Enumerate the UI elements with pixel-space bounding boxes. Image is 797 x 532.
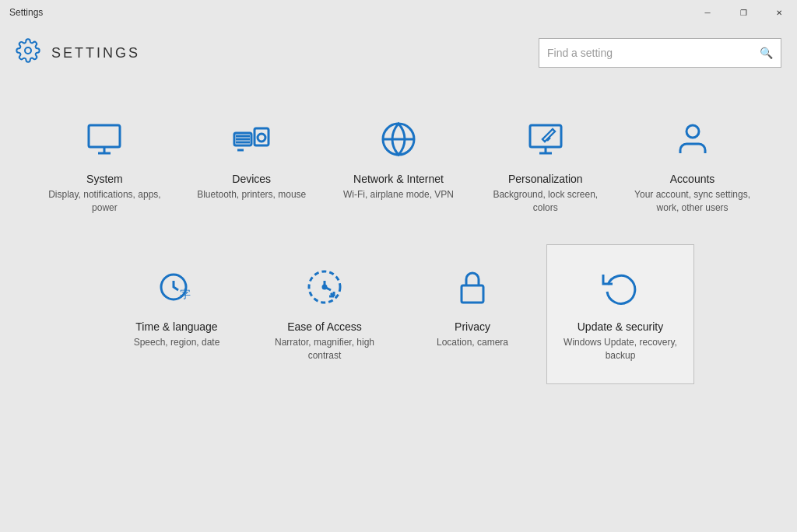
restore-button[interactable]: ❐ xyxy=(725,0,761,25)
time-name: Time & language xyxy=(135,320,217,333)
settings-row-1: System Display, notifications, apps, pow… xyxy=(31,96,766,236)
accounts-name: Accounts xyxy=(670,173,715,185)
settings-row-2: 字 Time & language Speech, region, date xyxy=(31,244,766,384)
header: SETTINGS 🔍 xyxy=(0,25,797,81)
svg-text:字: 字 xyxy=(180,288,191,300)
network-icon xyxy=(380,121,417,163)
settings-logo-icon xyxy=(16,38,40,68)
ease-name: Ease of Access xyxy=(287,320,362,333)
svg-point-17 xyxy=(686,125,699,138)
svg-rect-24 xyxy=(462,285,483,303)
settings-item-privacy[interactable]: Privacy Location, camera xyxy=(398,244,546,384)
search-input[interactable] xyxy=(547,47,760,59)
accounts-desc: Your account, sync settings, work, other… xyxy=(630,188,755,215)
main-content: System Display, notifications, apps, pow… xyxy=(0,81,797,400)
settings-item-system[interactable]: System Display, notifications, apps, pow… xyxy=(31,96,178,236)
update-desc: Windows Update, recovery, backup xyxy=(558,336,683,362)
settings-item-update[interactable]: Update & security Windows Update, recove… xyxy=(546,244,694,384)
accounts-icon xyxy=(674,121,711,163)
titlebar-title: Settings xyxy=(9,7,43,18)
settings-item-time[interactable]: 字 Time & language Speech, region, date xyxy=(103,244,251,384)
devices-name: Devices xyxy=(232,173,271,185)
privacy-desc: Location, camera xyxy=(437,336,508,349)
privacy-name: Privacy xyxy=(455,320,490,333)
settings-item-devices[interactable]: Devices Bluetooth, printers, mouse xyxy=(178,96,325,236)
svg-point-0 xyxy=(25,47,31,54)
titlebar: Settings ─ ❐ ✕ xyxy=(0,0,797,25)
time-icon: 字 xyxy=(158,268,195,311)
time-desc: Speech, region, date xyxy=(134,336,220,349)
page-title: SETTINGS xyxy=(51,45,140,61)
svg-rect-1 xyxy=(89,125,120,147)
search-box: 🔍 xyxy=(539,38,781,68)
header-left: SETTINGS xyxy=(16,38,140,68)
personalization-desc: Background, lock screen, colors xyxy=(483,188,608,215)
personalization-icon xyxy=(527,121,564,163)
privacy-icon xyxy=(454,268,491,311)
system-desc: Display, notifications, apps, power xyxy=(42,188,167,215)
settings-item-ease[interactable]: Ease of Access Narrator, magnifier, high… xyxy=(251,244,398,384)
network-name: Network & Internet xyxy=(353,173,444,185)
update-name: Update & security xyxy=(578,320,664,333)
update-icon xyxy=(602,268,639,311)
search-icon[interactable]: 🔍 xyxy=(760,47,773,59)
settings-grid: System Display, notifications, apps, pow… xyxy=(31,96,766,384)
svg-point-10 xyxy=(258,134,265,142)
system-name: System xyxy=(86,173,123,185)
minimize-button[interactable]: ─ xyxy=(690,0,725,25)
gear-icon xyxy=(16,38,40,63)
ease-desc: Narrator, magnifier, high contrast xyxy=(262,336,387,362)
system-icon xyxy=(86,121,123,163)
personalization-name: Personalization xyxy=(508,173,583,185)
titlebar-controls: ─ ❐ ✕ xyxy=(690,0,797,25)
svg-point-23 xyxy=(323,285,326,289)
ease-icon xyxy=(306,268,343,311)
settings-item-network[interactable]: Network & Internet Wi-Fi, airplane mode,… xyxy=(325,96,472,236)
settings-item-personalization[interactable]: Personalization Background, lock screen,… xyxy=(472,96,619,236)
devices-desc: Bluetooth, printers, mouse xyxy=(197,188,306,201)
devices-icon xyxy=(233,121,270,163)
close-button[interactable]: ✕ xyxy=(761,0,797,25)
settings-item-accounts[interactable]: Accounts Your account, sync settings, wo… xyxy=(619,96,766,236)
network-desc: Wi-Fi, airplane mode, VPN xyxy=(343,188,454,201)
